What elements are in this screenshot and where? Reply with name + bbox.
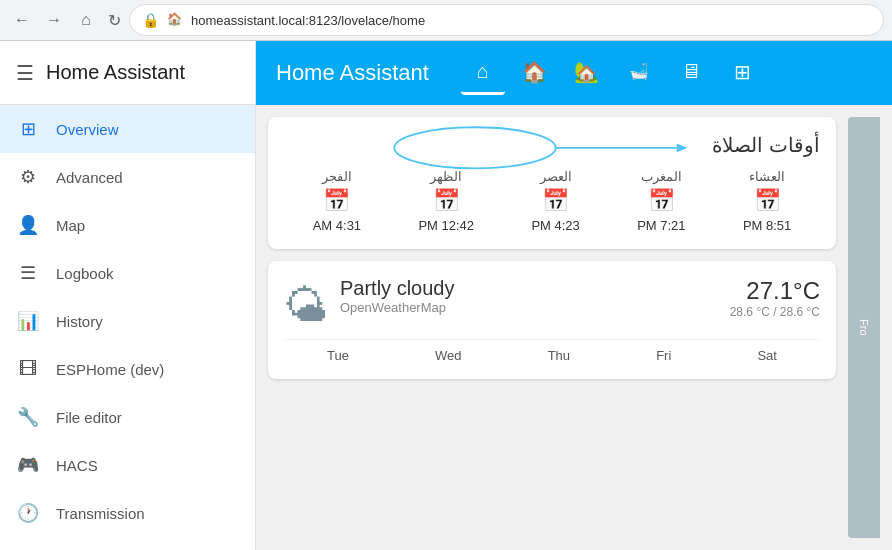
sidebar-item-hacs[interactable]: 🎮 HACS	[0, 441, 255, 489]
sidebar-label-advanced: Advanced	[56, 169, 123, 186]
url-text: homeassistant.local:8123/lovelace/home	[191, 13, 871, 28]
weather-icon: 🌤	[284, 281, 328, 331]
sidebar-item-logbook[interactable]: ☰ Logbook	[0, 249, 255, 297]
topbar-tabs: ⌂ 🏠 🏡 🛁 🖥 ⊞	[461, 51, 765, 95]
prayer-dhuhr: الظهر 📅 12:42 PM	[418, 169, 474, 233]
prayer-time-asr: 4:23 PM	[531, 218, 579, 233]
weather-day-wed: Wed	[435, 348, 462, 363]
favicon: 🏠	[167, 12, 183, 28]
weather-days-row: Tue Wed Thu Fri Sat	[284, 339, 820, 363]
sidebar-label-overview: Overview	[56, 121, 119, 138]
app-container: ☰ Home Assistant ⊞ Overview ⚙ Advanced 👤…	[0, 41, 892, 550]
sidebar-label-file-editor: File editor	[56, 409, 122, 426]
sidebar-item-advanced[interactable]: ⚙ Advanced	[0, 153, 255, 201]
sidebar-item-map[interactable]: 👤 Map	[0, 201, 255, 249]
tab-house[interactable]: 🏡	[565, 51, 609, 95]
tab-home[interactable]: ⌂	[461, 51, 505, 95]
address-bar[interactable]: 🔒 🏠 homeassistant.local:8123/lovelace/ho…	[129, 4, 884, 36]
nav-buttons: ← → ⌂	[8, 6, 100, 34]
transmission-icon: 🕐	[16, 502, 40, 524]
weather-day-thu: Thu	[548, 348, 570, 363]
sidebar-item-overview[interactable]: ⊞ Overview	[0, 105, 255, 153]
dashboard: أوقات الصلاة العشاء 📅 8:51 PM المغرب 📅 7…	[256, 105, 892, 550]
sidebar: ☰ Home Assistant ⊞ Overview ⚙ Advanced 👤…	[0, 41, 256, 550]
reload-button[interactable]: ↻	[108, 11, 121, 30]
prayer-time-isha: 8:51 PM	[743, 218, 791, 233]
advanced-icon: ⚙	[16, 166, 40, 188]
sidebar-label-map: Map	[56, 217, 85, 234]
weather-source: OpenWeatherMap	[340, 300, 718, 315]
sidebar-item-esphome[interactable]: 🎞 ESPHome (dev)	[0, 345, 255, 393]
prayer-times-card: أوقات الصلاة العشاء 📅 8:51 PM المغرب 📅 7…	[268, 117, 836, 249]
back-button[interactable]: ←	[8, 6, 36, 34]
weather-info: Partly cloudy OpenWeatherMap	[340, 277, 718, 315]
prayer-asr: العصر 📅 4:23 PM	[531, 169, 579, 233]
topbar: Home Assistant ⌂ 🏠 🏡 🛁 🖥 ⊞	[256, 41, 892, 105]
sidebar-title: Home Assistant	[46, 61, 185, 84]
prayer-icon-maghrib: 📅	[648, 188, 675, 214]
cards-column: أوقات الصلاة العشاء 📅 8:51 PM المغرب 📅 7…	[268, 117, 836, 538]
weather-range: 28.6 °C / 28.6 °C	[730, 305, 820, 319]
tab-family[interactable]: 🏠	[513, 51, 557, 95]
prayer-time-fajr: 4:31 AM	[313, 218, 361, 233]
prayer-name-fajr: الفجر	[322, 169, 352, 184]
weather-condition: Partly cloudy	[340, 277, 718, 300]
prayer-maghrib: المغرب 📅 7:21 PM	[637, 169, 685, 233]
tab-media[interactable]: 🖥	[669, 51, 713, 95]
sidebar-header: ☰ Home Assistant	[0, 41, 255, 105]
prayer-time-dhuhr: 12:42 PM	[418, 218, 474, 233]
prayer-isha: العشاء 📅 8:51 PM	[743, 169, 791, 233]
map-icon: 👤	[16, 214, 40, 236]
sidebar-label-history: History	[56, 313, 103, 330]
topbar-title: Home Assistant	[276, 60, 429, 86]
security-icon: 🔒	[142, 12, 159, 28]
right-panel-label: Fro	[858, 319, 870, 336]
weather-card: 🌤 Partly cloudy OpenWeatherMap 27.1°C 28…	[268, 261, 836, 379]
prayer-fajr: الفجر 📅 4:31 AM	[313, 169, 361, 233]
sidebar-label-hacs: HACS	[56, 457, 98, 474]
weather-day-sat: Sat	[757, 348, 777, 363]
esphome-icon: 🎞	[16, 359, 40, 380]
forward-button[interactable]: →	[40, 6, 68, 34]
weather-day-fri: Fri	[656, 348, 671, 363]
tab-network[interactable]: ⊞	[721, 51, 765, 95]
home-button[interactable]: ⌂	[72, 6, 100, 34]
browser-chrome: ← → ⌂ ↻ 🔒 🏠 homeassistant.local:8123/lov…	[0, 0, 892, 41]
sidebar-item-history[interactable]: 📊 History	[0, 297, 255, 345]
prayer-icon-dhuhr: 📅	[433, 188, 460, 214]
prayer-name-maghrib: المغرب	[641, 169, 682, 184]
prayer-name-dhuhr: الظهر	[430, 169, 462, 184]
tab-scenes[interactable]: 🛁	[617, 51, 661, 95]
sidebar-label-logbook: Logbook	[56, 265, 114, 282]
history-icon: 📊	[16, 310, 40, 332]
logbook-icon: ☰	[16, 262, 40, 284]
weather-temperature: 27.1°C	[730, 277, 820, 305]
prayer-name-asr: العصر	[540, 169, 572, 184]
sidebar-label-esphome: ESPHome (dev)	[56, 361, 164, 378]
overview-icon: ⊞	[16, 118, 40, 140]
hacs-icon: 🎮	[16, 454, 40, 476]
prayer-card-title: أوقات الصلاة	[284, 133, 820, 157]
sidebar-item-file-editor[interactable]: 🔧 File editor	[0, 393, 255, 441]
prayer-icon-fajr: 📅	[323, 188, 350, 214]
prayer-icon-asr: 📅	[542, 188, 569, 214]
sidebar-item-transmission[interactable]: 🕐 Transmission	[0, 489, 255, 537]
prayer-icon-isha: 📅	[754, 188, 781, 214]
file-editor-icon: 🔧	[16, 406, 40, 428]
prayer-times-row: العشاء 📅 8:51 PM المغرب 📅 7:21 PM العصر …	[284, 169, 820, 233]
prayer-time-maghrib: 7:21 PM	[637, 218, 685, 233]
menu-icon[interactable]: ☰	[16, 61, 34, 85]
main-content: Home Assistant ⌂ 🏠 🏡 🛁 🖥 ⊞ أوقات الصلاة …	[256, 41, 892, 550]
right-panel: Fro	[848, 117, 880, 538]
weather-temp-section: 27.1°C 28.6 °C / 28.6 °C	[730, 277, 820, 319]
browser-toolbar: ← → ⌂ ↻ 🔒 🏠 homeassistant.local:8123/lov…	[0, 0, 892, 40]
prayer-name-isha: العشاء	[749, 169, 785, 184]
sidebar-label-transmission: Transmission	[56, 505, 145, 522]
weather-day-tue: Tue	[327, 348, 349, 363]
